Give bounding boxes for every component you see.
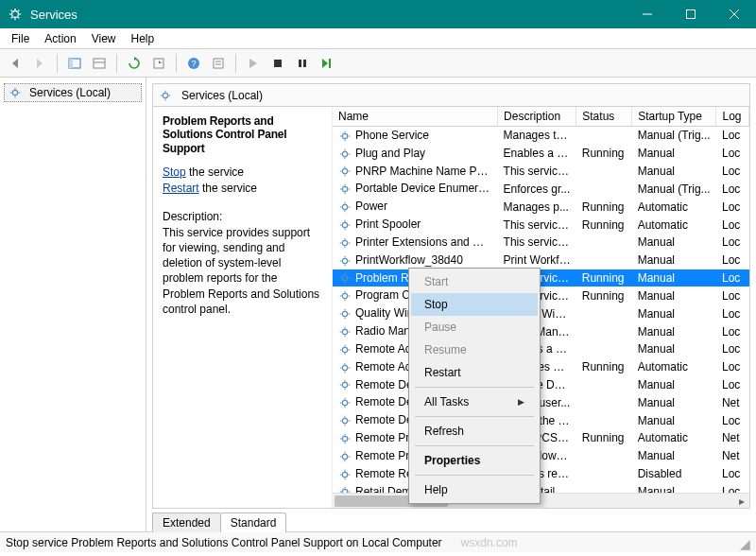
details-pane-button[interactable] bbox=[88, 52, 111, 75]
ctx-separator bbox=[415, 475, 534, 476]
svg-point-0 bbox=[12, 11, 19, 18]
gear-icon bbox=[338, 200, 352, 214]
gear-icon bbox=[338, 148, 352, 161]
svg-point-123 bbox=[342, 418, 347, 423]
table-row[interactable]: Remote Procedure Call (RP...The RPCSS ..… bbox=[333, 429, 749, 447]
svg-point-88 bbox=[342, 294, 347, 299]
table-row[interactable]: Phone ServiceManages th...Manual (Trig..… bbox=[333, 127, 749, 145]
table-row[interactable]: Problem Reports and Soluti...This servic… bbox=[333, 269, 749, 287]
col-description[interactable]: Description bbox=[498, 107, 576, 127]
tab-extended[interactable]: Extended bbox=[152, 513, 220, 532]
table-row[interactable]: Plug and PlayEnables a c...RunningManual… bbox=[333, 145, 749, 163]
svg-point-53 bbox=[342, 169, 347, 174]
svg-rect-10 bbox=[687, 10, 696, 19]
services-list[interactable]: Name Description Status Startup Type Log… bbox=[333, 107, 749, 508]
gear-icon bbox=[159, 89, 172, 102]
table-row[interactable]: Remote Desktop Configurat...Remote Des..… bbox=[333, 376, 749, 394]
stop-service-button[interactable] bbox=[266, 52, 289, 75]
svg-rect-30 bbox=[303, 60, 306, 67]
ctx-properties[interactable]: Properties bbox=[411, 449, 538, 472]
gear-icon bbox=[338, 130, 352, 143]
toolbar-separator bbox=[57, 54, 58, 73]
forward-button[interactable] bbox=[28, 52, 51, 75]
export-list-button[interactable] bbox=[147, 52, 170, 75]
gear-icon bbox=[338, 218, 352, 232]
ctx-separator bbox=[415, 416, 534, 417]
menu-file[interactable]: File bbox=[4, 30, 37, 47]
svg-point-128 bbox=[342, 436, 347, 441]
gear-icon bbox=[338, 271, 352, 285]
ctx-refresh[interactable]: Refresh bbox=[411, 420, 538, 443]
table-row[interactable]: Remote Procedure Call (RP...In Windows..… bbox=[333, 447, 749, 465]
table-row[interactable]: Remote Access Connection...Manages di...… bbox=[333, 358, 749, 376]
table-row[interactable]: Quality Windows Audio Vid...Quality Win.… bbox=[333, 304, 749, 322]
menu-help[interactable]: Help bbox=[124, 30, 163, 47]
ctx-restart[interactable]: Restart bbox=[411, 361, 538, 384]
help-button[interactable]: ? bbox=[182, 52, 205, 75]
titlebar[interactable]: Services bbox=[0, 0, 756, 28]
properties-button[interactable] bbox=[207, 52, 230, 75]
minimize-button[interactable] bbox=[626, 0, 669, 28]
table-row[interactable]: Remote Desktop ServicesAllows user...Man… bbox=[333, 393, 749, 411]
svg-point-33 bbox=[12, 90, 17, 95]
horizontal-scrollbar[interactable]: ◂ ▸ bbox=[333, 493, 749, 508]
svg-rect-28 bbox=[274, 60, 282, 67]
stop-link[interactable]: Stop bbox=[163, 165, 186, 179]
menubar: File Action View Help bbox=[0, 28, 756, 49]
table-row[interactable]: Remote Access Auto Conne...Creates a co.… bbox=[333, 340, 749, 358]
svg-point-43 bbox=[342, 133, 347, 138]
table-row[interactable]: PrintWorkflow_38d40Print Workfl...Manual… bbox=[333, 252, 749, 269]
description-label: Description: bbox=[163, 210, 322, 223]
table-row[interactable]: Remote Desktop Services U...Allows the r… bbox=[333, 411, 749, 429]
window-title: Services bbox=[30, 8, 626, 22]
svg-point-83 bbox=[342, 276, 347, 281]
tree-item-services-local[interactable]: Services (Local) bbox=[4, 83, 142, 102]
ctx-stop[interactable]: Stop bbox=[411, 293, 538, 316]
svg-rect-32 bbox=[329, 59, 331, 68]
svg-point-98 bbox=[342, 329, 347, 334]
toolbar-separator bbox=[116, 54, 117, 73]
table-row[interactable]: Print SpoolerThis service ...RunningAuto… bbox=[333, 216, 749, 234]
gear-icon bbox=[338, 182, 352, 196]
pause-service-button[interactable] bbox=[291, 52, 314, 75]
svg-point-133 bbox=[342, 454, 347, 459]
gear-icon bbox=[338, 396, 352, 409]
console-tree: Services (Local) bbox=[0, 78, 146, 531]
table-row[interactable]: PNRP Machine Name Publi...This service .… bbox=[333, 163, 749, 181]
table-row[interactable]: Printer Extensions and Notif...This serv… bbox=[333, 234, 749, 252]
back-button[interactable] bbox=[4, 52, 26, 75]
ctx-help[interactable]: Help bbox=[411, 478, 538, 501]
maximize-button[interactable] bbox=[669, 0, 713, 28]
tab-standard[interactable]: Standard bbox=[220, 513, 287, 532]
ctx-separator bbox=[415, 445, 534, 446]
close-button[interactable] bbox=[713, 0, 756, 28]
refresh-button[interactable] bbox=[123, 52, 146, 75]
start-service-button[interactable] bbox=[242, 52, 265, 75]
gear-icon bbox=[9, 86, 22, 99]
svg-marker-13 bbox=[12, 59, 18, 68]
restart-service-button[interactable] bbox=[316, 52, 338, 75]
table-row[interactable]: Remote RegistryEnables rem...DisabledLoc bbox=[333, 465, 749, 483]
restart-link[interactable]: Restart bbox=[163, 182, 199, 195]
menu-view[interactable]: View bbox=[84, 30, 124, 47]
svg-line-6 bbox=[18, 10, 19, 11]
col-logon[interactable]: Log bbox=[716, 107, 749, 127]
col-name[interactable]: Name bbox=[333, 107, 498, 127]
gear-icon bbox=[338, 254, 352, 268]
scroll-right-icon[interactable]: ▸ bbox=[734, 494, 749, 508]
ctx-pause: Pause bbox=[411, 316, 538, 339]
ctx-all-tasks[interactable]: All Tasks▶ bbox=[411, 391, 538, 413]
table-row[interactable]: PowerManages p...RunningAutomaticLoc bbox=[333, 198, 749, 216]
resize-grip-icon[interactable]: ◢ bbox=[740, 536, 750, 552]
svg-point-78 bbox=[342, 258, 347, 263]
table-row[interactable]: Radio Management ServiceRadio Mana...Man… bbox=[333, 322, 749, 340]
show-hide-tree-button[interactable] bbox=[63, 52, 86, 75]
menu-action[interactable]: Action bbox=[37, 30, 83, 47]
gear-icon bbox=[338, 361, 352, 374]
col-startup[interactable]: Startup Type bbox=[632, 107, 716, 127]
col-status[interactable]: Status bbox=[576, 107, 632, 127]
details-pane: Services (Local) Problem Reports and Sol… bbox=[152, 83, 750, 509]
table-row[interactable]: Portable Device Enumerator...Enforces gr… bbox=[333, 180, 749, 198]
table-row[interactable]: Program Compatibility Assi...This servic… bbox=[333, 287, 749, 304]
details-header-title: Services (Local) bbox=[181, 89, 263, 102]
